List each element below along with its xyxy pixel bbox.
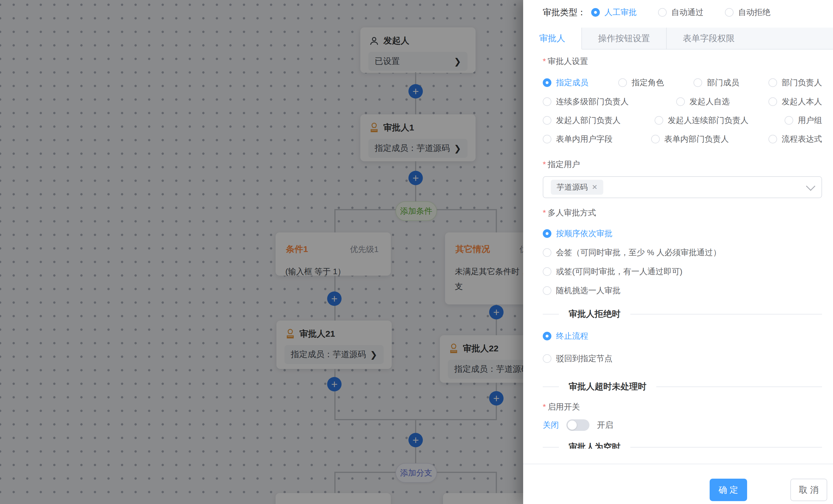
radio-icon [693, 78, 702, 87]
radio-icon [618, 78, 627, 87]
radio-icon [654, 116, 663, 125]
radio-icon [658, 8, 667, 17]
radio-icon [768, 135, 777, 144]
empty-approver-divider: 审批人为空时 [543, 441, 822, 449]
approver-settings-drawer: 审批类型： 人工审批 自动通过 自动拒绝 审批人 操作按钮设置 表单字段权限 *… [523, 0, 833, 504]
radio-icon [543, 116, 551, 125]
radio-icon [768, 97, 777, 106]
radio-dept-leader[interactable]: 部门负责人 [768, 77, 822, 88]
radio-user-group[interactable]: 用户组 [785, 115, 822, 126]
enable-switch-label: *启用开关 [543, 401, 822, 412]
radio-icon [543, 332, 551, 341]
multi-mode-label: *多人审批方式 [543, 207, 822, 218]
radio-countersign[interactable]: 会签（可同时审批，至少 % 人必须审批通过） [543, 247, 822, 258]
settings-tabbar: 审批人 操作按钮设置 表单字段权限 [523, 28, 833, 50]
radio-starter-self[interactable]: 发起人本人 [768, 96, 822, 107]
radio-form-dept-leader[interactable]: 表单内部门负责人 [651, 134, 768, 145]
radio-icon [543, 97, 551, 106]
assign-options-row1: 指定成员 指定角色 部门成员 部门负责人 [543, 77, 822, 88]
timeout-switch-row: 关闭 开启 [543, 419, 822, 431]
assign-options-row4: 表单内用户字段 表单内部门负责人 流程表达式 [543, 134, 822, 145]
radio-icon [676, 97, 685, 106]
radio-icon [725, 8, 734, 17]
radio-icon [591, 8, 600, 17]
timeout-section-title: 审批人超时未处理时 [569, 381, 646, 393]
radio-multi-level-dept-leader[interactable]: 连续多级部门负责人 [543, 96, 676, 107]
radio-icon [543, 267, 551, 276]
timeout-toggle[interactable] [566, 419, 590, 431]
cancel-button[interactable]: 取 消 [790, 479, 827, 501]
radio-return-to-node[interactable]: 驳回到指定节点 [543, 353, 822, 364]
radio-icon [543, 286, 551, 295]
user-tag: 芋道源码 ✕ [551, 180, 603, 195]
radio-dept-member[interactable]: 部门成员 [693, 77, 768, 88]
radio-icon [785, 116, 793, 125]
radio-starter-select[interactable]: 发起人自选 [676, 96, 768, 107]
empty-approver-section-title: 审批人为空时 [569, 441, 621, 449]
approver-setting-label: *审批人设置 [543, 56, 822, 67]
confirm-button[interactable]: 确 定 [710, 479, 747, 501]
radio-icon [543, 354, 551, 363]
radio-terminate-process[interactable]: 终止流程 [543, 331, 822, 342]
tag-close-icon[interactable]: ✕ [592, 183, 597, 191]
radio-icon [543, 248, 551, 257]
radio-icon [543, 78, 551, 87]
radio-icon [651, 135, 660, 144]
radio-process-expression[interactable]: 流程表达式 [768, 134, 822, 145]
radio-icon [543, 229, 551, 238]
chevron-down-icon [806, 181, 815, 191]
radio-icon [543, 135, 551, 144]
radio-icon [768, 78, 777, 87]
assign-options-row2: 连续多级部门负责人 发起人自选 发起人本人 [543, 96, 822, 107]
drawer-footer: 确 定 取 消 [523, 464, 833, 504]
radio-manual-approval[interactable]: 人工审批 [591, 7, 637, 18]
assign-user-select[interactable]: 芋道源码 ✕ [543, 176, 822, 198]
radio-orsign[interactable]: 或签(可同时审批，有一人通过即可) [543, 266, 822, 277]
reject-section-title: 审批人拒绝时 [569, 308, 621, 320]
radio-assign-role[interactable]: 指定角色 [618, 77, 693, 88]
radio-auto-approve[interactable]: 自动通过 [658, 7, 704, 18]
tab-form-field-permission[interactable]: 表单字段权限 [667, 28, 751, 49]
radio-starter-multi-dept-leader[interactable]: 发起人连续部门负责人 [654, 115, 785, 126]
radio-auto-reject[interactable]: 自动拒绝 [725, 7, 770, 18]
approval-type-row: 审批类型： 人工审批 自动通过 自动拒绝 [543, 4, 827, 21]
radio-form-user-field[interactable]: 表单内用户字段 [543, 134, 651, 145]
reject-divider: 审批人拒绝时 [543, 308, 822, 320]
radio-starter-dept-leader[interactable]: 发起人部门负责人 [543, 115, 654, 126]
tab-approver[interactable]: 审批人 [523, 28, 582, 50]
radio-assign-member[interactable]: 指定成员 [543, 77, 618, 88]
switch-off-label: 关闭 [543, 420, 559, 431]
radio-random-one[interactable]: 随机挑选一人审批 [543, 285, 822, 296]
assign-user-label: *指定用户 [543, 159, 822, 170]
switch-on-label: 开启 [597, 420, 613, 431]
timeout-divider: 审批人超时未处理时 [543, 381, 822, 393]
assign-options-row3: 发起人部门负责人 发起人连续部门负责人 用户组 [543, 115, 822, 126]
tab-action-buttons[interactable]: 操作按钮设置 [582, 28, 667, 49]
approval-type-label: 审批类型： [543, 7, 586, 19]
radio-sequential[interactable]: 按顺序依次审批 [543, 228, 822, 239]
drawer-body[interactable]: *审批人设置 指定成员 指定角色 部门成员 部门负责人 连续多级部门负责人 发起… [523, 50, 833, 449]
